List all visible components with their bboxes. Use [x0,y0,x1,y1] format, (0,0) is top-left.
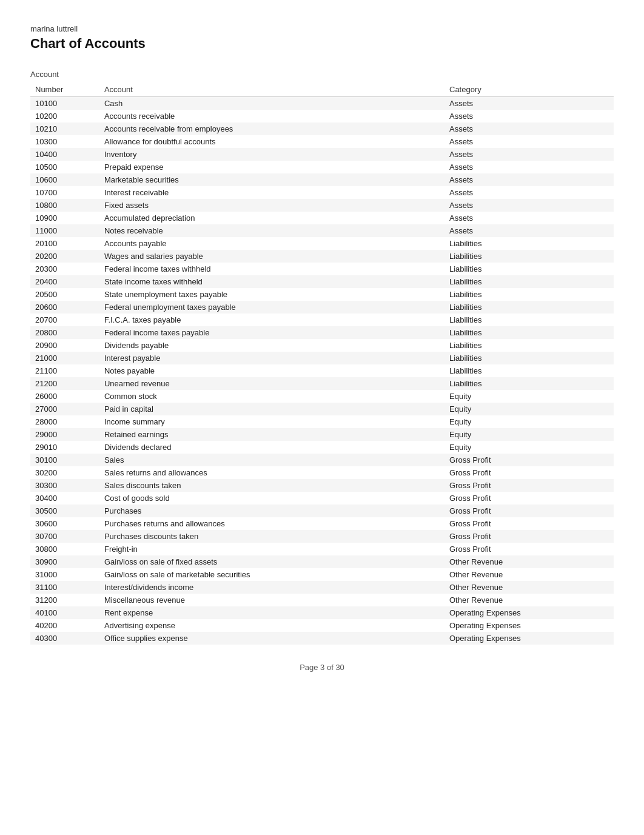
cell-category: Gross Profit [449,505,614,517]
table-row: 10800Fixed assetsAssets [30,199,614,212]
cell-category: Assets [449,173,614,186]
table-row: 10500Prepaid expenseAssets [30,161,614,173]
cell-account: Rent expense [104,606,449,619]
cell-number: 30700 [30,530,104,543]
cell-number: 20800 [30,326,104,339]
cell-number: 20600 [30,301,104,314]
cell-number: 10600 [30,173,104,186]
cell-number: 26000 [30,390,104,403]
cell-account: Notes receivable [104,224,449,237]
cell-category: Equity [449,403,614,415]
cell-account: Miscellaneous revenue [104,594,449,606]
cell-account: Sales discounts taken [104,479,449,492]
cell-number: 11000 [30,224,104,237]
cell-category: Assets [449,224,614,237]
cell-account: Marketable securities [104,173,449,186]
table-row: 30600Purchases returns and allowancesGro… [30,517,614,530]
section-label: Account [30,70,614,79]
cell-account: Cost of goods sold [104,492,449,505]
cell-number: 29000 [30,428,104,441]
table-row: 40200Advertising expenseOperating Expens… [30,619,614,632]
cell-number: 20500 [30,288,104,301]
table-row: 40100Rent expenseOperating Expenses [30,606,614,619]
cell-account: Retained earnings [104,428,449,441]
table-row: 20100Accounts payableLiabilities [30,237,614,250]
table-row: 20300Federal income taxes withheldLiabil… [30,263,614,275]
cell-account: Purchases [104,505,449,517]
cell-account: Interest receivable [104,186,449,199]
cell-account: Gain/loss on sale of fixed assets [104,555,449,568]
table-row: 31100Interest/dividends incomeOther Reve… [30,581,614,594]
table-row: 21000Interest payableLiabilities [30,352,614,364]
table-row: 21200Unearned revenueLiabilities [30,377,614,390]
cell-number: 30400 [30,492,104,505]
cell-category: Liabilities [449,288,614,301]
cell-account: Allowance for doubtful accounts [104,135,449,148]
page-footer: Page 3 of 30 [30,663,614,672]
cell-category: Equity [449,441,614,454]
cell-number: 30100 [30,454,104,466]
table-row: 27000Paid in capitalEquity [30,403,614,415]
cell-category: Gross Profit [449,466,614,479]
cell-category: Operating Expenses [449,606,614,619]
cell-number: 20900 [30,339,104,352]
user-name: marina luttrell [30,24,614,33]
col-header-category: Category [449,82,614,97]
cell-category: Equity [449,428,614,441]
cell-number: 10210 [30,122,104,135]
cell-account: Interest payable [104,352,449,364]
cell-number: 20300 [30,263,104,275]
cell-account: State income taxes withheld [104,275,449,288]
cell-account: Sales [104,454,449,466]
table-row: 20800Federal income taxes payableLiabili… [30,326,614,339]
cell-category: Other Revenue [449,568,614,581]
cell-number: 10700 [30,186,104,199]
cell-number: 10500 [30,161,104,173]
cell-category: Liabilities [449,377,614,390]
cell-number: 40200 [30,619,104,632]
cell-number: 10800 [30,199,104,212]
table-row: 30400Cost of goods soldGross Profit [30,492,614,505]
table-row: 10900Accumulated depreciationAssets [30,212,614,224]
col-header-account: Account [104,82,449,97]
cell-category: Assets [449,212,614,224]
table-row: 20600Federal unemployment taxes payableL… [30,301,614,314]
cell-number: 20400 [30,275,104,288]
cell-category: Other Revenue [449,555,614,568]
cell-account: Wages and salaries payable [104,250,449,263]
cell-category: Gross Profit [449,454,614,466]
cell-account: Cash [104,97,449,110]
cell-category: Gross Profit [449,530,614,543]
cell-number: 20100 [30,237,104,250]
cell-account: Freight-in [104,543,449,555]
table-row: 31000Gain/loss on sale of marketable sec… [30,568,614,581]
cell-account: Sales returns and allowances [104,466,449,479]
table-row: 20500State unemployment taxes payableLia… [30,288,614,301]
cell-category: Gross Profit [449,479,614,492]
table-row: 40300Office supplies expenseOperating Ex… [30,632,614,645]
cell-number: 30300 [30,479,104,492]
cell-category: Assets [449,161,614,173]
cell-account: F.I.C.A. taxes payable [104,314,449,326]
cell-account: State unemployment taxes payable [104,288,449,301]
cell-number: 10300 [30,135,104,148]
cell-category: Equity [449,415,614,428]
cell-account: Inventory [104,148,449,161]
cell-category: Liabilities [449,301,614,314]
table-row: 21100Notes payableLiabilities [30,364,614,377]
cell-number: 21200 [30,377,104,390]
table-row: 10100CashAssets [30,97,614,110]
table-row: 10210Accounts receivable from employeesA… [30,122,614,135]
cell-account: Notes payable [104,364,449,377]
cell-number: 20200 [30,250,104,263]
cell-account: Federal income taxes withheld [104,263,449,275]
cell-category: Assets [449,186,614,199]
table-row: 29010Dividends declaredEquity [30,441,614,454]
cell-category: Liabilities [449,352,614,364]
table-row: 28000Income summaryEquity [30,415,614,428]
table-row: 10400InventoryAssets [30,148,614,161]
cell-category: Liabilities [449,364,614,377]
cell-account: Accounts receivable [104,110,449,122]
cell-number: 31000 [30,568,104,581]
cell-number: 20700 [30,314,104,326]
